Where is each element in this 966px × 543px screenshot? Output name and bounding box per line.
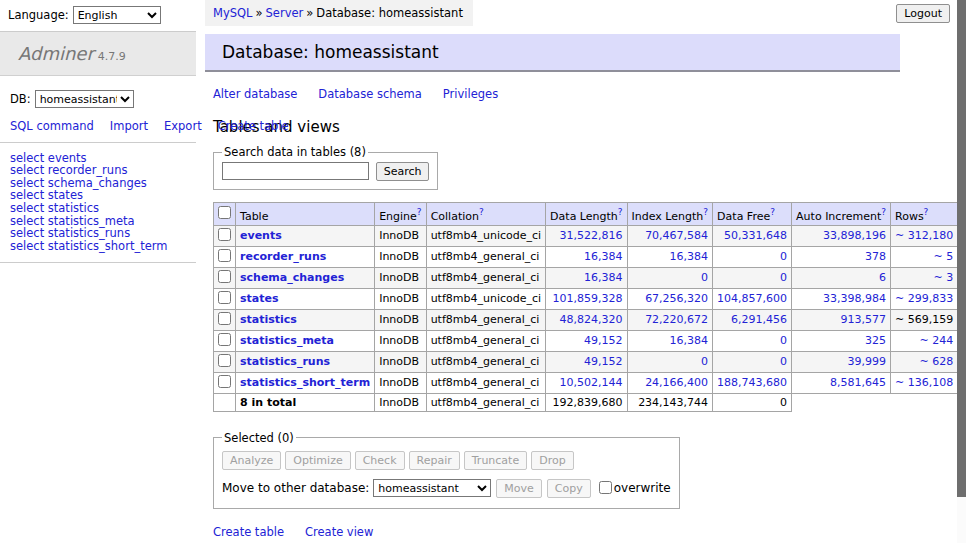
db-select[interactable]: homeassistant (35, 90, 134, 108)
column-help-link[interactable]: ? (881, 207, 886, 217)
create-link[interactable]: Create view (305, 525, 373, 539)
rows-count-link[interactable]: ~ 136,108 (895, 376, 953, 389)
move-button[interactable]: Move (496, 479, 542, 498)
bulk-action-button[interactable]: Analyze (222, 451, 281, 470)
rows-count-link[interactable]: ~ 628 (919, 355, 953, 368)
scrollbar-track[interactable] (957, 0, 966, 543)
index-length-link[interactable]: 67,256,320 (645, 292, 708, 305)
index-length-link[interactable]: 16,384 (670, 334, 709, 347)
rows-count-link[interactable]: ~ 569,159 (895, 313, 953, 326)
language-select[interactable]: English (73, 6, 161, 24)
index-length-link[interactable]: 0 (701, 271, 708, 284)
data-length-link[interactable]: 16,384 (584, 250, 623, 263)
auto-increment-link[interactable]: 8,581,645 (830, 376, 886, 389)
table-name-link[interactable]: states (240, 292, 279, 305)
sidebar-action-link[interactable]: Create table (218, 119, 289, 133)
rows-count-link[interactable]: ~ 5 (933, 250, 953, 263)
bulk-action-button[interactable]: Drop (531, 451, 573, 470)
data-free-link[interactable]: 0 (780, 250, 787, 263)
rows-count-link[interactable]: ~ 312,180 (895, 229, 953, 242)
index-length-link[interactable]: 70,467,584 (645, 229, 708, 242)
table-name-link[interactable]: statistics (240, 313, 297, 326)
create-link[interactable]: Create table (213, 525, 284, 539)
sidebar-action-link[interactable]: Export (164, 119, 202, 133)
sidebar-item-select-table[interactable]: select statistics_short_term (10, 240, 196, 253)
table-name-link[interactable]: statistics_runs (240, 355, 330, 368)
row-checkbox[interactable] (218, 312, 231, 325)
data-length-link[interactable]: 10,502,144 (560, 376, 623, 389)
database-action-link[interactable]: Database schema (318, 87, 421, 101)
data-length-link[interactable]: 16,384 (584, 271, 623, 284)
data-free-link[interactable]: 0 (780, 271, 787, 284)
table-name-link[interactable]: events (240, 229, 282, 242)
rows-count-link[interactable]: ~ 244 (919, 334, 953, 347)
auto-increment-link[interactable]: 325 (865, 334, 886, 347)
row-checkbox[interactable] (218, 333, 231, 346)
table-name-link[interactable]: schema_changes (240, 271, 344, 284)
rows-count-cell: ~ 136,108 (891, 372, 958, 393)
data-length-link[interactable]: 31,522,816 (560, 229, 623, 242)
data-free-link[interactable]: 0 (780, 355, 787, 368)
sidebar-item-select-table[interactable]: select recorder_runs (10, 164, 196, 177)
column-help-link[interactable]: ? (924, 207, 929, 217)
table-name-link[interactable]: statistics_short_term (240, 376, 370, 389)
database-action-link[interactable]: Privileges (443, 87, 498, 101)
sidebar-item-select-table[interactable]: select statistics_runs (10, 227, 196, 240)
rows-count-link[interactable]: ~ 3 (933, 271, 953, 284)
move-database-select[interactable]: homeassistant (373, 479, 491, 497)
breadcrumb-link[interactable]: Server (266, 6, 304, 20)
index-length-link[interactable]: 16,384 (670, 250, 709, 263)
sidebar-action-link[interactable]: Import (110, 119, 148, 133)
auto-increment-link[interactable]: 6 (879, 271, 886, 284)
sidebar-action-link[interactable]: SQL command (10, 119, 94, 133)
data-length-cell: 101,859,328 (546, 288, 627, 309)
column-help-link[interactable]: ? (417, 207, 422, 217)
column-help-link[interactable]: ? (618, 207, 623, 217)
overwrite-checkbox[interactable] (599, 481, 612, 494)
logout-button[interactable]: Logout (896, 4, 950, 23)
index-length-link[interactable]: 24,166,400 (645, 376, 708, 389)
row-checkbox[interactable] (218, 291, 231, 304)
row-checkbox[interactable] (218, 375, 231, 388)
table-name-link[interactable]: recorder_runs (240, 250, 326, 263)
copy-button[interactable]: Copy (547, 479, 591, 498)
bulk-action-button[interactable]: Check (355, 451, 405, 470)
auto-increment-link[interactable]: 913,577 (841, 313, 887, 326)
database-action-link[interactable]: Alter database (213, 87, 297, 101)
data-length-cell: 49,152 (546, 351, 627, 372)
select-all-checkbox[interactable] (218, 206, 231, 219)
rows-count-link[interactable]: ~ 299,833 (895, 292, 953, 305)
index-length-link[interactable]: 0 (701, 355, 708, 368)
column-help-link[interactable]: ? (479, 207, 484, 217)
row-checkbox[interactable] (218, 354, 231, 367)
bulk-action-button[interactable]: Repair (409, 451, 460, 470)
data-length-link[interactable]: 49,152 (584, 334, 623, 347)
sidebar-item-select-table[interactable]: select statistics (10, 202, 196, 215)
row-checkbox[interactable] (218, 228, 231, 241)
data-length-cell: 31,522,816 (546, 225, 627, 246)
index-length-link[interactable]: 72,220,672 (645, 313, 708, 326)
column-help-link[interactable]: ? (770, 207, 775, 217)
column-help-link[interactable]: ? (703, 207, 708, 217)
auto-increment-link[interactable]: 33,898,196 (823, 229, 886, 242)
data-free-link[interactable]: 6,291,456 (731, 313, 787, 326)
row-checkbox[interactable] (218, 249, 231, 262)
data-free-link[interactable]: 104,857,600 (717, 292, 787, 305)
data-free-link[interactable]: 0 (780, 334, 787, 347)
breadcrumb-link[interactable]: MySQL (213, 6, 253, 20)
search-input[interactable] (222, 162, 369, 180)
data-length-link[interactable]: 49,152 (584, 355, 623, 368)
data-length-link[interactable]: 101,859,328 (553, 292, 623, 305)
data-length-link[interactable]: 48,824,320 (560, 313, 623, 326)
data-free-link[interactable]: 50,331,648 (724, 229, 787, 242)
scrollbar-thumb[interactable] (957, 0, 966, 497)
row-checkbox[interactable] (218, 270, 231, 283)
auto-increment-link[interactable]: 39,999 (848, 355, 887, 368)
search-button[interactable]: Search (376, 162, 430, 181)
data-free-link[interactable]: 188,743,680 (717, 376, 787, 389)
table-name-link[interactable]: statistics_meta (240, 334, 334, 347)
auto-increment-link[interactable]: 33,398,984 (823, 292, 886, 305)
bulk-action-button[interactable]: Truncate (464, 451, 527, 470)
bulk-action-button[interactable]: Optimize (285, 451, 350, 470)
auto-increment-link[interactable]: 378 (865, 250, 886, 263)
